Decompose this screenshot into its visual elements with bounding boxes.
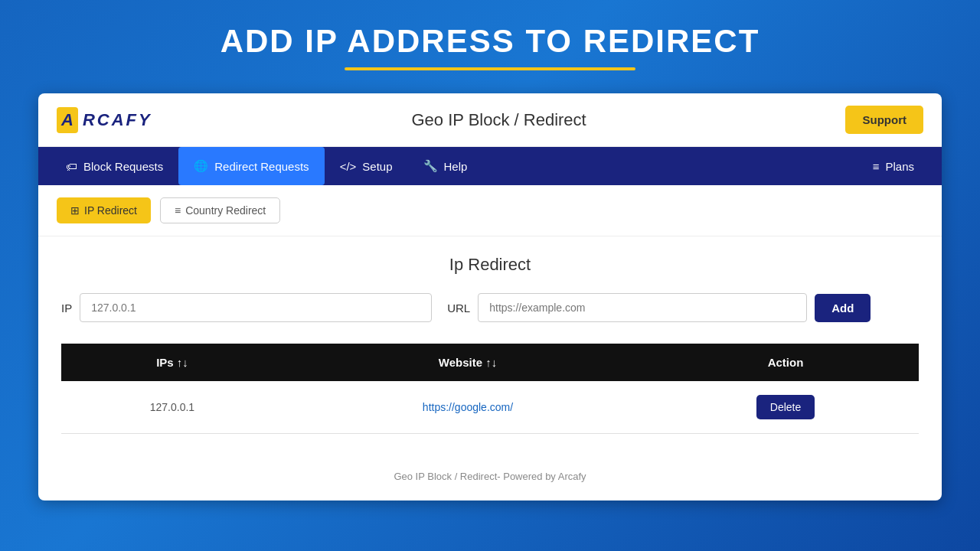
url-form-group: URL Add bbox=[447, 293, 871, 322]
page-header: ADD IP ADDRESS TO REDIRECT bbox=[220, 23, 760, 70]
sub-nav: ⊞ IP Redirect ≡ Country Redirect bbox=[38, 185, 942, 236]
delete-button[interactable]: Delete bbox=[756, 395, 815, 419]
ip-label: IP bbox=[61, 302, 72, 315]
url-input[interactable] bbox=[478, 293, 807, 322]
footer: Geo IP Block / Redirect- Powered by Arca… bbox=[38, 452, 942, 500]
col-ips: IPs ↑↓ bbox=[61, 344, 283, 381]
nav-help-label: Help bbox=[444, 160, 468, 173]
code-icon: </> bbox=[340, 160, 357, 173]
card-title: Geo IP Block / Redirect bbox=[411, 110, 586, 130]
page-title-underline bbox=[345, 67, 635, 70]
logo: A RCAFY bbox=[57, 107, 152, 133]
support-button[interactable]: Support bbox=[845, 106, 923, 134]
col-action: Action bbox=[652, 344, 919, 381]
section-title: Ip Redirect bbox=[61, 255, 919, 275]
logo-icon: A bbox=[57, 107, 78, 133]
globe-icon: 🌐 bbox=[194, 159, 208, 173]
nav-redirect-requests[interactable]: 🌐 Redirect Requests bbox=[178, 147, 324, 185]
nav-setup[interactable]: </> Setup bbox=[325, 148, 408, 185]
nav-bar: 🏷 Block Requests 🌐 Redirect Requests </>… bbox=[38, 147, 942, 185]
url-label: URL bbox=[447, 302, 470, 315]
wrench-icon: 🔧 bbox=[423, 159, 438, 173]
tag-icon: 🏷 bbox=[66, 160, 77, 173]
cell-website: https://google.com/ bbox=[283, 381, 652, 434]
ip-redirect-table: IPs ↑↓ Website ↑↓ Action 127.0.0.1 https… bbox=[61, 344, 919, 434]
cell-ip: 127.0.0.1 bbox=[61, 381, 283, 434]
content: Ip Redirect IP URL Add IPs ↑↓ Website ↑↓… bbox=[38, 236, 942, 452]
nav-setup-label: Setup bbox=[362, 160, 392, 173]
add-button[interactable]: Add bbox=[815, 294, 871, 322]
list-icon-2: ≡ bbox=[175, 204, 181, 217]
sub-nav-ip-redirect-label: IP Redirect bbox=[84, 204, 137, 217]
logo-text: RCAFY bbox=[83, 110, 152, 130]
nav-plans[interactable]: ≡ Plans bbox=[858, 148, 929, 185]
table-header-row: IPs ↑↓ Website ↑↓ Action bbox=[61, 344, 919, 381]
ip-input[interactable] bbox=[80, 293, 432, 322]
nav-block-requests[interactable]: 🏷 Block Requests bbox=[51, 148, 178, 185]
nav-block-requests-label: Block Requests bbox=[83, 160, 163, 173]
nav-redirect-requests-label: Redirect Requests bbox=[214, 160, 309, 173]
ip-form-group: IP bbox=[61, 293, 432, 322]
cell-action: Delete bbox=[652, 381, 919, 434]
nav-help[interactable]: 🔧 Help bbox=[408, 147, 483, 185]
table-row: 127.0.0.1 https://google.com/ Delete bbox=[61, 381, 919, 434]
footer-text: Geo IP Block / Redirect- Powered by Arca… bbox=[394, 471, 586, 482]
table-icon: ⊞ bbox=[70, 204, 80, 217]
list-icon: ≡ bbox=[873, 160, 880, 173]
sub-nav-ip-redirect[interactable]: ⊞ IP Redirect bbox=[57, 197, 151, 223]
col-website: Website ↑↓ bbox=[283, 344, 652, 381]
main-card: A RCAFY Geo IP Block / Redirect Support … bbox=[38, 93, 942, 500]
sub-nav-country-redirect-label: Country Redirect bbox=[185, 204, 266, 217]
card-header: A RCAFY Geo IP Block / Redirect Support bbox=[38, 93, 942, 147]
nav-plans-label: Plans bbox=[885, 160, 914, 173]
page-title: ADD IP ADDRESS TO REDIRECT bbox=[220, 23, 760, 60]
sub-nav-country-redirect[interactable]: ≡ Country Redirect bbox=[160, 197, 280, 223]
form-row: IP URL Add bbox=[61, 293, 919, 322]
